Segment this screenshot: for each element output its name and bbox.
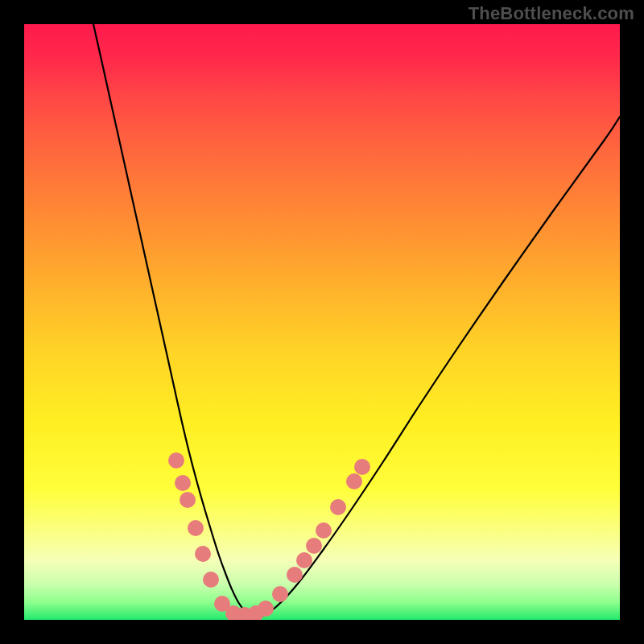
curve-dot [180,492,196,508]
curve-dot [354,459,370,475]
curve-dot [168,452,184,469]
curve-dots-group [168,452,370,620]
curve-dot [175,475,191,491]
curve-dot [258,601,274,617]
curve-dot [195,546,211,562]
curve-dot [188,520,204,536]
curve-dot [346,473,362,489]
curve-dot [316,522,332,539]
curve-dot [306,538,322,554]
chart-stage: TheBottleneck.com [0,0,644,644]
curve-dot [272,586,288,602]
watermark-text: TheBottleneck.com [469,3,634,24]
chart-overlay-svg [24,24,620,620]
bottleneck-curve [93,24,620,617]
plot-area [24,24,620,620]
curve-dot [203,572,219,588]
curve-dot [296,552,312,568]
curve-dot [287,567,303,583]
curve-dot [330,499,346,515]
